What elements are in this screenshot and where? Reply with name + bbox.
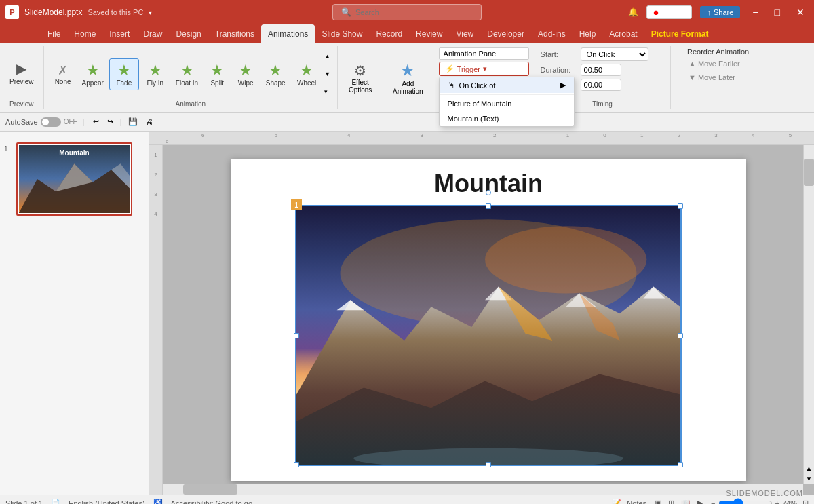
mountain-image-svg (296, 206, 680, 465)
preview-button[interactable]: ▶ Preview (5, 58, 38, 88)
zoom-control: − + 74% (711, 498, 797, 505)
toolbar-separator-1: | (83, 118, 85, 126)
v-scrollbar-thumb[interactable] (804, 159, 814, 186)
effect-options-button[interactable]: ⚙ EffectOptions (343, 60, 377, 96)
redo-button[interactable]: ↪ (104, 116, 116, 128)
bell-icon[interactable]: 🔔 (628, 7, 638, 17)
animation-pane-button[interactable]: Animation Pane (439, 47, 529, 60)
handle-tm[interactable] (486, 203, 491, 209)
tab-picture-format[interactable]: Picture Format (644, 24, 716, 43)
notes-label[interactable]: Notes (627, 499, 646, 505)
anim-split[interactable]: ★ Split (204, 59, 231, 90)
tab-design[interactable]: Design (169, 24, 208, 43)
slide-sorter-button[interactable]: ⊞ (665, 497, 677, 504)
slide-image-wrapper[interactable]: 1 (295, 205, 682, 466)
move-later-button[interactable]: ▼ Move Later (687, 72, 749, 83)
tab-view[interactable]: View (449, 24, 480, 43)
zoom-level: 74% (782, 499, 797, 505)
tab-insert[interactable]: Insert (102, 24, 136, 43)
handle-tr[interactable] (678, 203, 683, 209)
canvas-area: Mountain 1 (163, 145, 814, 495)
more-icon[interactable]: ▾ (324, 88, 330, 95)
handle-mr[interactable] (678, 333, 683, 338)
ruler-v-2: 2 (154, 172, 157, 178)
handle-ml[interactable] (294, 333, 299, 338)
delay-input[interactable] (581, 79, 621, 91)
animation-group-label: Animation (50, 98, 332, 108)
app-logo: P (5, 5, 19, 19)
tab-review[interactable]: Review (409, 24, 449, 43)
reading-view-button[interactable]: 📖 (678, 497, 693, 504)
trigger-picture-mountain[interactable]: Picture of Mountain (440, 96, 574, 111)
scroll-down-icon[interactable]: ▼ (324, 71, 330, 77)
normal-view-button[interactable]: ▣ (652, 497, 664, 504)
minimize-button[interactable]: − (748, 5, 762, 19)
animation-pane-label: Animation Pane (444, 50, 497, 58)
slide-thumbnail[interactable]: Mountain (16, 142, 132, 216)
tab-developer[interactable]: Developer (480, 24, 531, 43)
handle-bl[interactable] (294, 462, 299, 467)
trigger-area: ⚡ Trigger ▾ 🖱 On Click of ▶ Picture of M… (439, 62, 529, 76)
tab-transitions[interactable]: Transitions (208, 24, 261, 43)
tab-slideshow[interactable]: Slide Show (315, 24, 369, 43)
v-scroll-down[interactable]: ▼ (804, 473, 814, 484)
handle-bm[interactable] (486, 462, 491, 467)
handle-rotate[interactable] (486, 190, 491, 195)
tab-record[interactable]: Record (369, 24, 409, 43)
anim-appear[interactable]: ★ Appear (78, 59, 108, 90)
horizontal-scrollbar[interactable] (163, 484, 803, 495)
vertical-scrollbar[interactable]: ▲ ▼ (803, 145, 814, 484)
tab-acrobat[interactable]: Acrobat (602, 24, 644, 43)
tab-addins[interactable]: Add-ins (531, 24, 573, 43)
maximize-button[interactable]: □ (771, 5, 784, 19)
h-scrollbar-thumb[interactable] (183, 484, 237, 495)
dropdown-arrow[interactable]: ▾ (149, 9, 152, 16)
trigger-mountain-text[interactable]: Mountain (Text) (440, 111, 574, 126)
fade-icon: ★ (117, 62, 131, 79)
title-bar-right: 🔔 ⏺ Record ↑ Share − □ ✕ (628, 5, 809, 19)
print-button[interactable]: 🖨 (143, 117, 156, 128)
zoom-in-icon[interactable]: + (775, 499, 779, 505)
appear-label: Appear (82, 79, 104, 87)
trigger-button[interactable]: ⚡ Trigger ▾ (439, 62, 529, 76)
picture-mountain-label: Picture of Mountain (448, 100, 512, 108)
close-button[interactable]: ✕ (792, 5, 809, 19)
record-button[interactable]: ⏺ Record (646, 5, 692, 19)
slide-canvas[interactable]: Mountain 1 (231, 159, 746, 481)
anim-wheel[interactable]: ★ Wheel (292, 59, 322, 90)
add-anim-label: AddAnimation (393, 80, 423, 95)
undo-button[interactable]: ↩ (90, 116, 102, 128)
more-animations[interactable]: ▲ ▼ ▾ (323, 50, 332, 98)
anim-wipe[interactable]: ★ Wipe (232, 59, 259, 90)
add-animation-button[interactable]: ★ AddAnimation (389, 58, 427, 98)
handle-br[interactable] (678, 462, 683, 467)
more-toolbar[interactable]: ⋯ (159, 116, 172, 128)
autosave-toggle[interactable] (41, 117, 61, 127)
tab-draw[interactable]: Draw (136, 24, 169, 43)
fit-slide-icon[interactable]: ⊡ (802, 499, 809, 504)
v-scroll-up[interactable]: ▲ (804, 463, 814, 473)
zoom-slider-input[interactable] (718, 498, 773, 505)
tab-help[interactable]: Help (573, 24, 603, 43)
slideshow-button[interactable]: ▶ (695, 497, 705, 504)
save-button[interactable]: 💾 (125, 116, 140, 128)
move-earlier-button[interactable]: ▲ Move Earlier (687, 58, 749, 69)
start-select[interactable]: On Click With Previous After Previous (581, 47, 648, 61)
search-input[interactable] (355, 8, 464, 16)
tab-home[interactable]: Home (67, 24, 102, 43)
anim-floatin[interactable]: ★ Float In (172, 59, 202, 90)
tab-file[interactable]: File (41, 24, 67, 43)
anim-fade[interactable]: ★ Fade (109, 58, 139, 90)
language-indicator-icon: 📄 (51, 499, 60, 504)
zoom-out-icon[interactable]: − (711, 499, 715, 505)
scroll-up-icon[interactable]: ▲ (324, 53, 330, 60)
anim-flyin[interactable]: ★ Fly In (140, 59, 170, 90)
tab-animations[interactable]: Animations (261, 24, 315, 43)
trigger-on-click-of[interactable]: 🖱 On Click of ▶ (440, 77, 574, 93)
anim-none[interactable]: ✗ None (50, 60, 77, 88)
on-click-arrow: ▶ (560, 81, 566, 90)
duration-input[interactable] (581, 64, 621, 76)
shape-icon: ★ (269, 62, 282, 79)
share-button[interactable]: ↑ Share (700, 6, 740, 18)
anim-shape[interactable]: ★ Shape (260, 59, 290, 90)
